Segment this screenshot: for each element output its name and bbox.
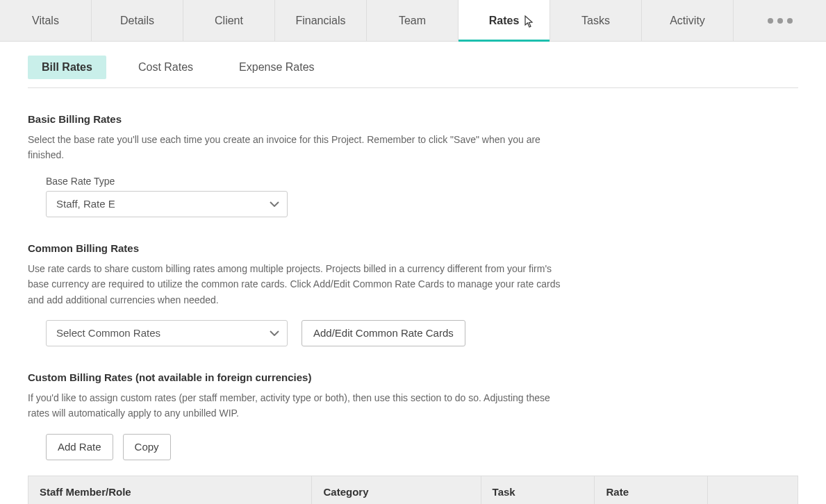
select-value: Select Common Rates: [56, 327, 160, 339]
tab-label: Team: [399, 15, 426, 27]
button-label: Add Rate: [58, 441, 101, 453]
tab-label: Details: [120, 15, 154, 27]
more-icon: [768, 18, 793, 24]
table-header-row: Staff Member/Role Category Task Rate: [28, 476, 798, 504]
base-rate-type-label: Base Rate Type: [46, 176, 570, 187]
section-title: Basic Billing Rates: [28, 113, 570, 125]
add-rate-button[interactable]: Add Rate: [46, 434, 113, 460]
select-value: Staff, Rate E: [56, 198, 115, 210]
base-rate-type-select[interactable]: Staff, Rate E: [46, 191, 288, 217]
section-basic-billing: Basic Billing Rates Select the base rate…: [28, 113, 570, 217]
tab-team[interactable]: Team: [367, 0, 459, 41]
col-rate: Rate: [595, 476, 708, 504]
section-common-billing: Common Billing Rates Use rate cards to s…: [28, 242, 570, 346]
sub-tab-label: Expense Rates: [239, 61, 315, 73]
col-task: Task: [481, 476, 595, 504]
add-edit-rate-cards-button[interactable]: Add/Edit Common Rate Cards: [302, 320, 465, 346]
tab-label: Financials: [295, 15, 345, 27]
tab-client[interactable]: Client: [183, 0, 275, 41]
tab-activity[interactable]: Activity: [642, 0, 734, 41]
tab-details[interactable]: Details: [92, 0, 183, 41]
tab-label: Rates: [489, 15, 520, 27]
sub-tab-cost-rates[interactable]: Cost Rates: [124, 56, 207, 79]
section-title: Custom Billing Rates (not available in f…: [28, 371, 798, 383]
tab-rates[interactable]: Rates: [459, 0, 550, 41]
section-custom-billing: Custom Billing Rates (not available in f…: [28, 371, 798, 504]
section-description: Use rate cards to share custom billing r…: [28, 261, 570, 308]
cursor-icon: [524, 15, 534, 28]
sub-tab-label: Bill Rates: [42, 61, 92, 73]
tab-financials[interactable]: Financials: [275, 0, 367, 41]
tab-label: Activity: [670, 15, 705, 27]
sub-tab-expense-rates[interactable]: Expense Rates: [225, 56, 329, 79]
button-label: Add/Edit Common Rate Cards: [313, 327, 454, 339]
tab-label: Vitals: [32, 15, 59, 27]
sub-tab-bill-rates[interactable]: Bill Rates: [28, 56, 106, 79]
tab-tasks[interactable]: Tasks: [550, 0, 642, 41]
top-nav-tabs: Vitals Details Client Financials Team Ra…: [0, 0, 826, 42]
common-rates-select[interactable]: Select Common Rates: [46, 320, 288, 346]
custom-rates-table: Staff Member/Role Category Task Rate: [28, 476, 798, 504]
sub-tab-label: Cost Rates: [138, 61, 193, 73]
tab-label: Tasks: [581, 15, 610, 27]
copy-button[interactable]: Copy: [123, 434, 171, 460]
col-category: Category: [312, 476, 481, 504]
col-actions: [708, 476, 798, 504]
rates-sub-tabs: Bill Rates Cost Rates Expense Rates: [28, 56, 798, 88]
section-description: If you'd like to assign custom rates (pe…: [28, 390, 570, 421]
col-staff-member: Staff Member/Role: [28, 476, 312, 504]
section-description: Select the base rate you'll use each tim…: [28, 132, 570, 163]
tab-vitals[interactable]: Vitals: [0, 0, 92, 41]
tab-label: Client: [215, 15, 243, 27]
section-title: Common Billing Rates: [28, 242, 570, 254]
tab-more[interactable]: [734, 0, 826, 41]
button-label: Copy: [135, 441, 159, 453]
